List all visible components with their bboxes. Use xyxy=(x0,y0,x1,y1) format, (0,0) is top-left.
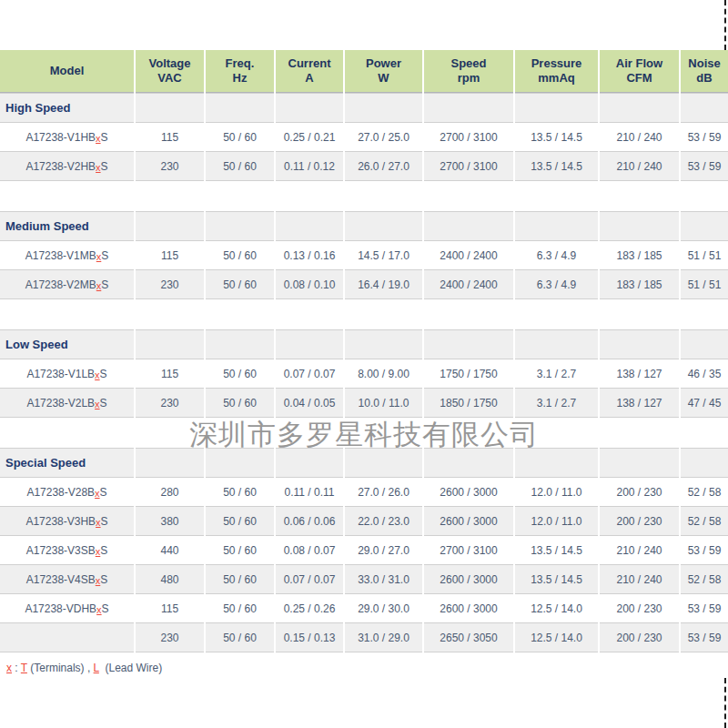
value-cell: 183 / 185 xyxy=(599,270,680,299)
model-suffix: S xyxy=(100,397,107,410)
value-cell: 50 / 60 xyxy=(205,389,275,418)
section-empty-cell xyxy=(514,212,599,241)
header-label: Current xyxy=(276,56,343,71)
value-cell: 27.0 / 25.0 xyxy=(344,123,423,152)
value-cell: 12.5 / 14.0 xyxy=(514,623,599,652)
model-x: x xyxy=(96,575,101,586)
model-cell: A17238-V2HBxS xyxy=(0,152,135,181)
value-cell: 1850 / 1750 xyxy=(423,389,514,418)
value-cell: 50 / 60 xyxy=(205,594,275,623)
model-cell: A17238-VDHBxS xyxy=(0,594,135,623)
header-cell-power: PowerW xyxy=(344,50,423,93)
table-row: A17238-VDHBxS11550 / 600.25 / 0.2629.0 /… xyxy=(0,594,728,623)
model-cell: A17238-V1LBxS xyxy=(0,359,135,389)
footnote-text: (Terminals) , xyxy=(27,662,94,674)
section-empty-cell xyxy=(599,212,680,241)
section-table-medium-speed: Medium SpeedA17238-V1MBxS11550 / 600.13 … xyxy=(0,211,728,299)
value-cell: 0.11 / 0.12 xyxy=(275,152,344,181)
header-cell-speed: Speedrpm xyxy=(423,50,514,93)
footnote-red-letter: T xyxy=(21,662,27,674)
model-suffix: S xyxy=(101,515,108,528)
model-prefix: A17238-V3HB xyxy=(25,515,96,528)
value-cell: 31.0 / 29.0 xyxy=(344,623,423,652)
value-cell: 210 / 240 xyxy=(599,152,680,181)
value-cell: 0.07 / 0.07 xyxy=(275,565,344,594)
value-cell: 53 / 59 xyxy=(680,594,728,623)
section-empty-cell xyxy=(205,94,275,123)
section-header-row: Low Speed xyxy=(0,330,728,359)
value-cell: 115 xyxy=(135,594,205,623)
model-x: x xyxy=(95,369,100,380)
value-cell: 0.07 / 0.07 xyxy=(275,359,344,389)
section-empty-cell xyxy=(275,330,344,359)
table-row: A17238-V3HBxS38050 / 600.06 / 0.0622.0 /… xyxy=(0,507,728,536)
header-unit: mmAq xyxy=(515,71,598,86)
value-cell: 13.5 / 14.5 xyxy=(514,123,599,152)
value-cell: 51 / 51 xyxy=(680,241,728,270)
section-empty-cell xyxy=(514,94,599,123)
section-header-row: High Speed xyxy=(0,94,728,123)
header-label: Voltage xyxy=(136,56,204,71)
value-cell: 50 / 60 xyxy=(205,536,275,565)
value-cell: 200 / 230 xyxy=(599,478,680,507)
value-cell: 50 / 60 xyxy=(205,152,275,181)
value-cell: 210 / 240 xyxy=(599,536,680,565)
section-empty-cell xyxy=(205,330,275,359)
section-empty-cell xyxy=(135,94,205,123)
value-cell: 138 / 127 xyxy=(599,359,680,389)
value-cell: 0.25 / 0.21 xyxy=(275,123,344,152)
header-label: Speed xyxy=(424,56,513,71)
value-cell: 210 / 240 xyxy=(599,123,680,152)
value-cell: 0.25 / 0.26 xyxy=(275,594,344,623)
value-cell: 0.13 / 0.16 xyxy=(275,241,344,270)
value-cell: 200 / 230 xyxy=(599,594,680,623)
header-unit: A xyxy=(276,71,343,86)
model-prefix: A17238-V4SB xyxy=(26,573,96,586)
header-label: Freq. xyxy=(206,56,274,71)
section-table-special-speed: Special SpeedA17238-V28BxS28050 / 600.11… xyxy=(0,448,728,652)
model-suffix: S xyxy=(102,602,109,615)
value-cell: 16.4 / 19.0 xyxy=(344,270,423,299)
section-table-low-speed: Low SpeedA17238-V1LBxS11550 / 600.07 / 0… xyxy=(0,329,728,418)
value-cell: 52 / 58 xyxy=(680,507,728,536)
header-unit: Hz xyxy=(206,71,274,86)
model-suffix: S xyxy=(100,368,107,380)
header-cell-voltage: VoltageVAC xyxy=(135,50,205,93)
header-cell-current: CurrentA xyxy=(275,50,344,93)
header-label: Pressure xyxy=(515,56,598,71)
dashed-selection-edge-top xyxy=(724,0,726,50)
header-label: Model xyxy=(0,64,134,78)
value-cell: 2700 / 3100 xyxy=(423,152,514,181)
value-cell: 13.5 / 14.5 xyxy=(514,565,599,594)
section-title: Low Speed xyxy=(0,330,135,359)
section-empty-cell xyxy=(423,330,514,359)
value-cell: 14.5 / 17.0 xyxy=(344,241,423,270)
model-cell: A17238-V4SBxS xyxy=(0,565,135,594)
value-cell: 53 / 59 xyxy=(680,536,728,565)
section-empty-cell xyxy=(514,330,599,359)
watermark-text: 深圳市多罗星科技有限公司 xyxy=(0,417,728,453)
section-title: Medium Speed xyxy=(0,212,135,241)
model-suffix: S xyxy=(100,573,107,586)
model-suffix: S xyxy=(100,486,107,499)
value-cell: 12.0 / 11.0 xyxy=(514,478,599,507)
value-cell: 230 xyxy=(135,152,205,181)
model-prefix: A17238-V1HB xyxy=(25,131,96,144)
model-prefix: A17238-V2HB xyxy=(25,160,96,173)
header-cell-freq: Freq.Hz xyxy=(205,50,275,93)
header-row: ModelVoltageVACFreq.HzCurrentAPowerWSpee… xyxy=(0,50,728,93)
value-cell: 50 / 60 xyxy=(205,359,275,389)
table-row: A17238-V2LBxS23050 / 600.04 / 0.0510.0 /… xyxy=(0,389,728,418)
value-cell: 6.3 / 4.9 xyxy=(514,270,599,299)
value-cell: 50 / 60 xyxy=(205,507,275,536)
model-x: x xyxy=(96,162,101,173)
value-cell: 29.0 / 27.0 xyxy=(344,536,423,565)
value-cell: 2600 / 3000 xyxy=(423,594,514,623)
value-cell: 2600 / 3000 xyxy=(423,478,514,507)
header-cell-pressure: PressuremmAq xyxy=(514,50,599,93)
value-cell: 230 xyxy=(135,389,205,418)
value-cell: 115 xyxy=(135,359,205,389)
value-cell: 50 / 60 xyxy=(205,565,275,594)
value-cell: 480 xyxy=(135,565,205,594)
value-cell: 53 / 59 xyxy=(680,623,728,652)
